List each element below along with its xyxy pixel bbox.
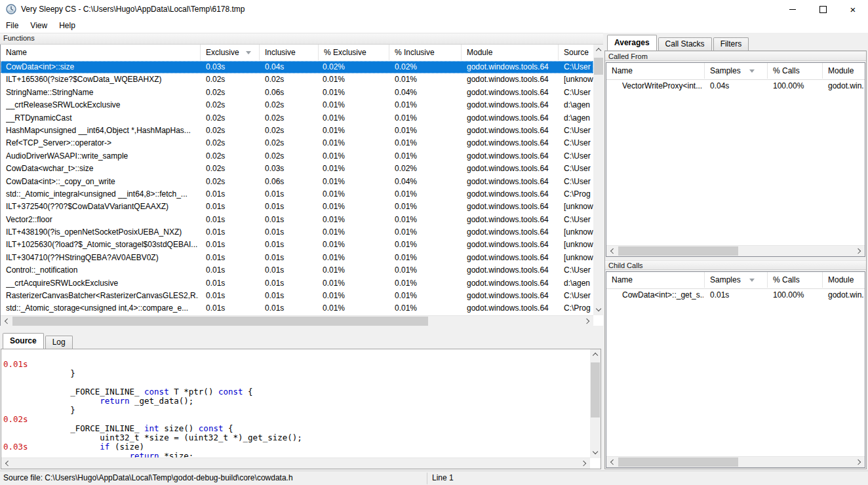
cell-name: std::_Atomic_integral<unsigned __int64,8… xyxy=(6,188,199,201)
tab[interactable]: Averages xyxy=(607,35,657,50)
menu-item[interactable]: Help xyxy=(53,18,81,33)
table-row[interactable]: Ref<TCP_Server>::operator-> 0.02s 0.02s … xyxy=(1,137,593,149)
column-header[interactable]: Source xyxy=(559,45,593,60)
functions-vertical-scrollbar[interactable] xyxy=(593,45,604,315)
table-row[interactable]: CowData<wchar_t>::size 0.02s 0.03s 0.01%… xyxy=(1,163,593,175)
scroll-right-icon[interactable] xyxy=(854,246,865,256)
table-row[interactable]: ILT+372540(??0?$CowDataVVariantQEAAXZ) 0… xyxy=(1,201,593,213)
cell-exclusive: 0.01s xyxy=(206,214,257,226)
table-row[interactable]: StringName::StringName 0.02s 0.06s 0.01%… xyxy=(1,87,593,99)
column-header[interactable]: Samples xyxy=(705,272,768,288)
table-row[interactable]: CowData<int>::_copy_on_write 0.02s 0.06s… xyxy=(1,176,593,188)
tab[interactable]: Call Stacks xyxy=(658,37,712,50)
tab[interactable]: Filters xyxy=(713,37,749,50)
sort-descending-icon xyxy=(749,69,755,73)
horizontal-splitter[interactable] xyxy=(0,326,603,333)
cell-name: CowData<int>::_copy_on_write xyxy=(6,176,199,188)
column-header[interactable]: % Exclusive xyxy=(319,45,389,60)
table-row[interactable]: ILT+1025630(?load?$_Atomic_storagel$03st… xyxy=(1,239,593,251)
table-row[interactable]: __RTDynamicCast 0.02s 0.02s 0.01% 0.01% … xyxy=(1,112,593,125)
column-header[interactable]: Module xyxy=(823,63,864,79)
source-line: _FORCE_INLINE_ const T *ptr() const { xyxy=(1,369,589,378)
scroll-right-icon[interactable] xyxy=(854,457,865,467)
table-row[interactable]: std::_Atomic_integral<unsigned __int64,8… xyxy=(1,188,593,201)
tab[interactable]: Source xyxy=(3,333,44,349)
menu-item[interactable]: View xyxy=(24,18,53,33)
called-from-table: NameSamples% CallsModule VectorWriteProx… xyxy=(606,62,865,257)
cell-inclusive: 0.02s xyxy=(265,150,316,163)
child-calls-header: NameSamples% CallsModule xyxy=(606,272,865,289)
source-horizontal-scrollbar[interactable] xyxy=(1,457,590,469)
column-header[interactable]: Name xyxy=(606,63,705,79)
column-header[interactable]: Module xyxy=(462,45,559,60)
child-calls-body: CowData<int>::_get_s... 0.01s 100.00% go… xyxy=(606,288,865,457)
column-header[interactable]: Name xyxy=(1,45,201,60)
functions-horizontal-scrollbar[interactable] xyxy=(1,315,593,326)
minimize-button[interactable] xyxy=(778,0,808,18)
scroll-left-icon[interactable] xyxy=(606,246,618,256)
table-row[interactable]: std::_Atomic_storage<unsigned int,4>::co… xyxy=(1,302,593,315)
source-vertical-scrollbar[interactable] xyxy=(590,349,601,458)
column-header[interactable]: Module xyxy=(823,272,864,288)
table-row[interactable]: __crtReleaseSRWLockExclusive 0.02s 0.02s… xyxy=(1,99,593,111)
cell-pct-calls: 100.00% xyxy=(773,79,821,92)
cell-pct-exclusive: 0.01% xyxy=(323,252,387,264)
column-header[interactable]: % Calls xyxy=(768,272,823,288)
scroll-left-icon[interactable] xyxy=(1,316,12,326)
table-row[interactable]: AudioDriverWASAPI::write_sample 0.02s 0.… xyxy=(1,150,593,163)
cell-source: C:\User xyxy=(564,125,593,137)
table-row[interactable]: Control::_notification 0.01s 0.01s 0.01%… xyxy=(1,264,593,277)
cell-pct-inclusive: 0.01% xyxy=(395,99,459,111)
source-code-view[interactable]: 0.01s } _FORCE_INLINE_ const T *ptr() co… xyxy=(1,351,589,459)
cell-pct-inclusive: 0.01% xyxy=(395,214,459,226)
cell-module: godot.windows.tools.64 xyxy=(467,201,557,213)
scroll-left-icon[interactable] xyxy=(606,457,618,467)
table-row[interactable]: ILT+304710(??HStringQEBA?AV0AEBV0Z) 0.01… xyxy=(1,252,593,264)
cell-exclusive: 0.01s xyxy=(206,201,257,213)
status-source-file: Source file: C:\Users\Hugo\AppData\Local… xyxy=(3,471,293,485)
cell-source: C:\User xyxy=(564,214,593,226)
column-header[interactable]: Inclusive xyxy=(260,45,319,60)
tab[interactable]: Log xyxy=(45,336,73,349)
table-row[interactable]: ILT+438190(?is_openNetSocketPosixUEBA_NX… xyxy=(1,226,593,239)
title-bar: Very Sleepy CS - C:\Users\Hugo\AppData\L… xyxy=(0,0,868,18)
cell-pct-inclusive: 0.01% xyxy=(395,264,459,277)
cell-name: __crtReleaseSRWLockExclusive xyxy=(6,99,199,111)
table-row[interactable]: ILT+165360(?size?$CowData_WQEBAHXZ) 0.02… xyxy=(1,73,593,86)
table-row[interactable]: CowData<int>::_get_s... 0.01s 100.00% go… xyxy=(606,288,865,301)
column-header[interactable]: Samples xyxy=(705,63,768,79)
scroll-up-icon[interactable] xyxy=(590,349,601,360)
maximize-button[interactable] xyxy=(808,0,838,18)
table-row[interactable]: VectorWriteProxy<int... 0.04s 100.00% go… xyxy=(606,79,865,92)
table-row[interactable]: __crtAcquireSRWLockExclusive 0.01s 0.01s… xyxy=(1,277,593,290)
scrollbar-thumb[interactable] xyxy=(618,246,738,256)
table-row[interactable]: CowData<int>::size 0.03s 0.04s 0.02% 0.0… xyxy=(1,61,593,73)
scroll-right-icon[interactable] xyxy=(579,458,590,469)
column-header[interactable]: % Calls xyxy=(768,63,823,79)
cell-inclusive: 0.01s xyxy=(265,264,316,277)
scroll-left-icon[interactable] xyxy=(1,458,12,469)
cell-source: d:\agen xyxy=(564,277,593,290)
menu-item[interactable]: File xyxy=(0,18,24,33)
table-row[interactable]: Vector2::floor 0.01s 0.01s 0.01% 0.01% g… xyxy=(1,214,593,226)
scrollbar-thumb[interactable] xyxy=(594,58,603,75)
child-calls-horizontal-scrollbar[interactable] xyxy=(606,456,865,467)
called-from-horizontal-scrollbar[interactable] xyxy=(606,245,865,256)
scrollbar-thumb[interactable] xyxy=(618,457,738,467)
scrollbar-thumb[interactable] xyxy=(12,317,428,326)
table-row[interactable]: RasterizerCanvasBatcher<RasterizerCanvas… xyxy=(1,290,593,302)
right-panel: AveragesCall StacksFilters Called From N… xyxy=(603,33,868,470)
cell-name: HashMap<unsigned __int64,Object *,HashMa… xyxy=(6,125,199,137)
scroll-down-icon[interactable] xyxy=(590,448,601,458)
cell-exclusive: 0.02s xyxy=(206,73,257,86)
cell-inclusive: 0.01s xyxy=(265,239,316,251)
column-header[interactable]: % Inclusive xyxy=(389,45,462,60)
scrollbar-thumb[interactable] xyxy=(591,362,600,417)
table-row[interactable]: HashMap<unsigned __int64,Object *,HashMa… xyxy=(1,125,593,137)
close-button[interactable]: × xyxy=(838,0,868,18)
column-header[interactable]: Name xyxy=(606,272,705,288)
cell-pct-exclusive: 0.01% xyxy=(323,150,387,163)
cell-exclusive: 0.02s xyxy=(206,99,257,111)
scroll-right-icon[interactable] xyxy=(582,316,593,326)
cell-exclusive: 0.01s xyxy=(206,277,257,290)
